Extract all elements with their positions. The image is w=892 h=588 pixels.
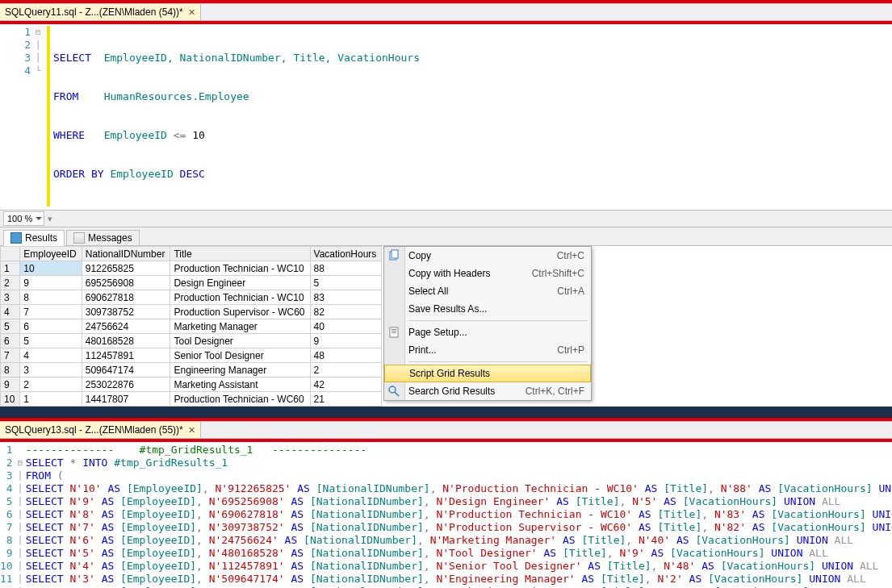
table-row[interactable]: 29695256908Design Engineer5 [1, 276, 382, 290]
cell[interactable]: 9 [20, 276, 82, 290]
cell[interactable]: 83 [310, 290, 382, 305]
table-row[interactable]: 74112457891Senior Tool Designer48 [1, 348, 382, 363]
row-number[interactable]: 8 [1, 363, 20, 377]
menu-separator [408, 320, 588, 321]
file-tab[interactable]: SQLQuery13.sql - Z...(ZEN\Mladen (55))* … [0, 422, 201, 438]
cell[interactable]: Production Technician - WC60 [170, 392, 310, 407]
tab-results[interactable]: Results [3, 230, 65, 246]
line-gutter: 12345678910111213141516171819 [0, 444, 18, 588]
cell[interactable]: 690627818 [82, 290, 170, 305]
cell[interactable]: 509647174 [82, 363, 170, 377]
col-header[interactable]: NationalIDNumber [82, 247, 170, 261]
cell[interactable]: Marketing Manager [170, 319, 310, 334]
menu-select-all[interactable]: Select All Ctrl+A [384, 282, 591, 300]
cell[interactable]: 10 [20, 261, 82, 276]
cell[interactable]: Design Engineer [170, 276, 310, 290]
col-header[interactable]: VacationHours [310, 247, 382, 261]
page-setup-icon [387, 326, 400, 339]
cell[interactable]: Production Supervisor - WC60 [170, 305, 310, 319]
menu-separator [408, 361, 588, 362]
cell[interactable]: Senior Tool Designer [170, 348, 310, 363]
zoom-value: 100 % [7, 214, 32, 223]
file-tab-label: SQLQuery11.sql - Z...(ZEN\Mladen (54))* [5, 6, 183, 18]
sql-editor[interactable]: 1234 ⊟││└ SELECT EmployeeID, NationalIDN… [0, 24, 892, 210]
menu-save-results[interactable]: Save Results As... [384, 300, 591, 318]
results-grid[interactable]: EmployeeID NationalIDNumber Title Vacati… [0, 246, 382, 407]
svg-rect-4 [392, 331, 396, 332]
cell[interactable]: 8 [20, 290, 82, 305]
zoom-bar: 100 % ▾ [0, 210, 892, 227]
menu-copy[interactable]: Copy Ctrl+C [384, 247, 591, 265]
table-row[interactable]: 92253022876Marketing Assistant42 [1, 377, 382, 392]
row-number[interactable]: 3 [1, 290, 20, 305]
cell[interactable]: 6 [20, 319, 82, 334]
sql-editor[interactable]: 12345678910111213141516171819 ⊟│││││││││… [0, 442, 892, 588]
copy-icon [387, 249, 400, 262]
menu-search-grid-results[interactable]: Search Grid Results Ctrl+K, Ctrl+F [384, 382, 591, 400]
menu-print[interactable]: Print... Ctrl+P [384, 341, 591, 359]
close-icon[interactable]: ✕ [188, 7, 195, 18]
row-number[interactable]: 2 [1, 276, 20, 290]
cell[interactable]: 24756624 [82, 319, 170, 334]
tab-messages[interactable]: Messages [66, 230, 140, 246]
cell[interactable]: 14417807 [82, 392, 170, 407]
menu-script-grid-results[interactable]: Script Grid Results [384, 365, 591, 382]
cell[interactable]: 695256908 [82, 276, 170, 290]
cell[interactable]: 42 [310, 377, 382, 392]
cell[interactable]: Production Technician - WC10 [170, 261, 310, 276]
svg-rect-1 [392, 250, 398, 258]
cell[interactable]: 21 [310, 392, 382, 407]
cell[interactable]: Engineering Manager [170, 363, 310, 377]
cell[interactable]: 2 [20, 377, 82, 392]
fold-gutter: ⊟││└ [36, 26, 47, 206]
svg-line-7 [395, 392, 399, 396]
table-row[interactable]: 38690627818Production Technician - WC108… [1, 290, 382, 305]
cell[interactable]: 112457891 [82, 348, 170, 363]
table-row[interactable]: 65480168528Tool Designer9 [1, 334, 382, 348]
row-number[interactable]: 9 [1, 377, 20, 392]
table-row[interactable]: 10114417807Production Technician - WC602… [1, 392, 382, 407]
cell[interactable]: 5 [20, 334, 82, 348]
svg-rect-5 [392, 332, 396, 333]
cell[interactable]: 40 [310, 319, 382, 334]
row-number[interactable]: 6 [1, 334, 20, 348]
row-number[interactable]: 5 [1, 319, 20, 334]
cell[interactable]: 5 [310, 276, 382, 290]
cell[interactable]: 253022876 [82, 377, 170, 392]
menu-copy-headers[interactable]: Copy with Headers Ctrl+Shift+C [384, 265, 591, 282]
cell[interactable]: 1 [20, 392, 82, 407]
cell[interactable]: 48 [310, 348, 382, 363]
file-tab[interactable]: SQLQuery11.sql - Z...(ZEN\Mladen (54))* … [0, 4, 201, 20]
col-header[interactable]: EmployeeID [20, 247, 82, 261]
cell[interactable]: 2 [310, 363, 382, 377]
row-number[interactable]: 1 [1, 261, 20, 276]
line-gutter: 1234 [0, 26, 36, 206]
code-area[interactable]: -------------- #tmp_GridResults_1 ------… [23, 444, 892, 588]
table-row[interactable]: 83509647174Engineering Manager2 [1, 363, 382, 377]
cell[interactable]: 7 [20, 305, 82, 319]
results-grid-wrap: EmployeeID NationalIDNumber Title Vacati… [0, 246, 892, 407]
table-row[interactable]: 5624756624Marketing Manager40 [1, 319, 382, 334]
close-icon[interactable]: ✕ [188, 425, 195, 436]
cell[interactable]: 480168528 [82, 334, 170, 348]
cell[interactable]: Marketing Assistant [170, 377, 310, 392]
row-number[interactable]: 10 [1, 392, 20, 407]
corner-cell[interactable] [1, 247, 20, 261]
menu-page-setup[interactable]: Page Setup... [384, 323, 591, 341]
row-number[interactable]: 4 [1, 305, 20, 319]
cell[interactable]: 309738752 [82, 305, 170, 319]
cell[interactable]: 912265825 [82, 261, 170, 276]
cell[interactable]: 82 [310, 305, 382, 319]
code-area[interactable]: SELECT EmployeeID, NationalIDNumber, Tit… [50, 26, 420, 206]
row-number[interactable]: 7 [1, 348, 20, 363]
cell[interactable]: 4 [20, 348, 82, 363]
cell[interactable]: Tool Designer [170, 334, 310, 348]
cell[interactable]: 9 [310, 334, 382, 348]
cell[interactable]: 3 [20, 363, 82, 377]
cell[interactable]: Production Technician - WC10 [170, 290, 310, 305]
col-header[interactable]: Title [170, 247, 310, 261]
zoom-dropdown[interactable]: 100 % [3, 211, 44, 226]
table-row[interactable]: 47309738752Production Supervisor - WC608… [1, 305, 382, 319]
table-row[interactable]: 110912265825Production Technician - WC10… [1, 261, 382, 276]
cell[interactable]: 88 [310, 261, 382, 276]
